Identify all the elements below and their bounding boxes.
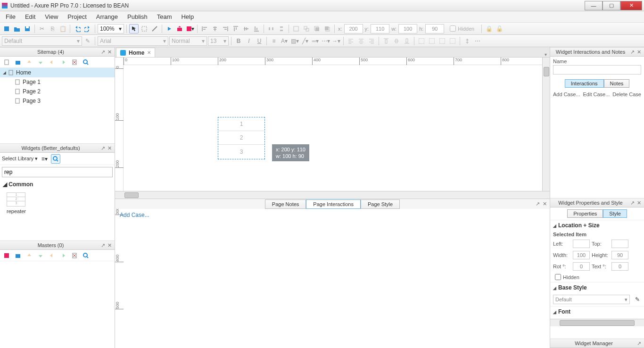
outdent-icon[interactable] bbox=[47, 251, 57, 260]
align-left-icon[interactable] bbox=[200, 24, 209, 33]
pad-top-icon[interactable] bbox=[427, 36, 437, 46]
edit-case-link[interactable]: Edit Case... bbox=[583, 91, 610, 97]
doc-tab-home[interactable]: Home ✕ bbox=[116, 48, 155, 57]
close-panel-icon[interactable]: ✕ bbox=[636, 49, 642, 55]
style-edit-icon[interactable]: ✎ bbox=[83, 36, 92, 46]
left-field[interactable] bbox=[573, 240, 590, 248]
redo-icon[interactable] bbox=[83, 24, 92, 33]
tab-interactions[interactable]: Interactions bbox=[565, 79, 604, 88]
fontsize-combo[interactable]: 13▾ bbox=[208, 36, 229, 46]
italic-icon[interactable]: I bbox=[244, 36, 254, 46]
pad-right-icon[interactable] bbox=[438, 36, 447, 46]
add-case-link[interactable]: Add Case... bbox=[115, 209, 550, 348]
base-style-combo[interactable]: Default▾ bbox=[553, 295, 630, 304]
menu-team[interactable]: Team bbox=[152, 12, 177, 22]
popout-icon[interactable]: ↗ bbox=[629, 200, 636, 206]
popout-icon[interactable]: ↗ bbox=[99, 242, 106, 249]
connector-mode-icon[interactable] bbox=[150, 24, 159, 33]
underline-icon[interactable]: U bbox=[255, 36, 264, 46]
copy-icon[interactable]: ⎘ bbox=[48, 24, 57, 33]
distribute-h-icon[interactable] bbox=[266, 24, 276, 33]
menu-view[interactable]: View bbox=[40, 12, 63, 22]
widgets-category[interactable]: ◢ Common bbox=[0, 179, 115, 190]
arrowstyle-icon[interactable]: →▾ bbox=[331, 36, 341, 46]
move-up-icon[interactable] bbox=[25, 58, 34, 67]
close-panel-icon[interactable]: ✕ bbox=[106, 242, 113, 249]
lock-icon[interactable]: 🔒 bbox=[484, 24, 494, 33]
height-field[interactable] bbox=[611, 251, 628, 259]
widget-name-input[interactable] bbox=[553, 65, 641, 75]
text-align-center-icon[interactable] bbox=[356, 36, 366, 46]
tab-overflow-icon[interactable]: ▾ bbox=[545, 52, 547, 57]
vert-align-top-icon[interactable] bbox=[381, 36, 391, 46]
rot-field[interactable] bbox=[573, 262, 590, 271]
hidden-checkbox[interactable]: Hidden bbox=[550, 272, 644, 282]
hidden-checkbox[interactable]: Hidden bbox=[445, 24, 479, 33]
search-sitemap-icon[interactable] bbox=[81, 58, 91, 67]
more-format-icon[interactable]: ⋯ bbox=[473, 36, 482, 46]
minimize-button[interactable]: — bbox=[585, 1, 603, 10]
vertical-scrollbar[interactable] bbox=[542, 58, 550, 191]
menu-help[interactable]: Help bbox=[176, 12, 198, 22]
horizontal-scrollbar[interactable] bbox=[115, 191, 550, 199]
indent-icon[interactable] bbox=[58, 58, 68, 67]
align-right-icon[interactable] bbox=[221, 24, 230, 33]
tab-page-interactions[interactable]: Page Interactions bbox=[306, 199, 361, 209]
vert-align-mid-icon[interactable] bbox=[392, 36, 401, 46]
tab-page-notes[interactable]: Page Notes bbox=[265, 199, 306, 209]
popout-icon[interactable]: ↗ bbox=[636, 340, 642, 347]
close-panel-icon[interactable]: ✕ bbox=[543, 201, 547, 207]
sitemap-item-page2[interactable]: Page 2 bbox=[0, 87, 115, 96]
indent-icon[interactable] bbox=[58, 251, 68, 260]
popout-icon[interactable]: ↗ bbox=[629, 49, 636, 55]
menu-edit[interactable]: Edit bbox=[20, 12, 40, 22]
section-font[interactable]: ◢Font bbox=[550, 306, 644, 317]
w-field[interactable] bbox=[398, 24, 417, 33]
widgets-search-input[interactable] bbox=[2, 167, 113, 177]
unlock-icon[interactable]: 🔓 bbox=[495, 24, 504, 33]
list-view-icon[interactable]: ≡▾ bbox=[40, 154, 49, 164]
maximize-button[interactable]: ▢ bbox=[603, 1, 620, 10]
linecolor-icon[interactable]: ╱▾ bbox=[300, 36, 310, 46]
add-case-link[interactable]: Add Case... bbox=[553, 91, 580, 97]
section-basestyle[interactable]: ◢Base Style bbox=[550, 282, 644, 293]
open-file-icon[interactable] bbox=[12, 24, 22, 33]
search-masters-icon[interactable] bbox=[81, 251, 91, 260]
edit-style-icon[interactable]: ✎ bbox=[633, 295, 642, 304]
close-tab-icon[interactable]: ✕ bbox=[147, 50, 151, 55]
paste-icon[interactable]: 📋 bbox=[58, 24, 67, 33]
align-top-icon[interactable] bbox=[231, 24, 240, 33]
line-spacing-icon[interactable]: ‡ bbox=[462, 36, 472, 46]
add-folder-icon[interactable] bbox=[13, 58, 23, 67]
sitemap-item-home[interactable]: ◢ Home bbox=[0, 68, 115, 77]
h-field[interactable] bbox=[425, 24, 444, 33]
vert-align-bot-icon[interactable] bbox=[402, 36, 412, 46]
close-panel-icon[interactable]: ✕ bbox=[106, 49, 113, 55]
popout-icon[interactable]: ↗ bbox=[99, 145, 106, 151]
tab-page-style[interactable]: Page Style bbox=[361, 199, 400, 209]
fontcolor-icon[interactable]: A▾ bbox=[280, 36, 289, 46]
select-contained-icon[interactable] bbox=[140, 24, 149, 33]
section-location[interactable]: ◢Location + Size bbox=[550, 220, 644, 231]
zoom-combo[interactable]: 100%▾ bbox=[98, 24, 124, 33]
selected-widget[interactable]: 1 2 3 bbox=[218, 117, 265, 159]
close-panel-icon[interactable]: ✕ bbox=[636, 200, 642, 206]
delete-master-icon[interactable] bbox=[70, 251, 79, 260]
textang-field[interactable] bbox=[611, 262, 628, 271]
widget-repeater[interactable]: 1 2 3 repeater bbox=[7, 192, 26, 214]
sitemap-item-page3[interactable]: Page 3 bbox=[0, 96, 115, 106]
select-library-link[interactable]: Select Library ▾ bbox=[2, 156, 38, 162]
pad-bot-icon[interactable] bbox=[448, 36, 457, 46]
back-icon[interactable] bbox=[322, 24, 332, 33]
move-up-icon[interactable] bbox=[25, 251, 34, 260]
top-field[interactable] bbox=[611, 240, 628, 248]
menu-project[interactable]: Project bbox=[63, 12, 91, 22]
x-field[interactable] bbox=[344, 24, 363, 33]
move-down-icon[interactable] bbox=[36, 251, 45, 260]
add-master-folder-icon[interactable] bbox=[13, 251, 23, 260]
close-panel-icon[interactable]: ✕ bbox=[106, 145, 113, 151]
add-master-icon[interactable] bbox=[2, 251, 11, 260]
align-bottom-icon[interactable] bbox=[252, 24, 261, 33]
bullets-icon[interactable]: ≡ bbox=[269, 36, 279, 46]
preview-icon[interactable] bbox=[165, 24, 174, 33]
